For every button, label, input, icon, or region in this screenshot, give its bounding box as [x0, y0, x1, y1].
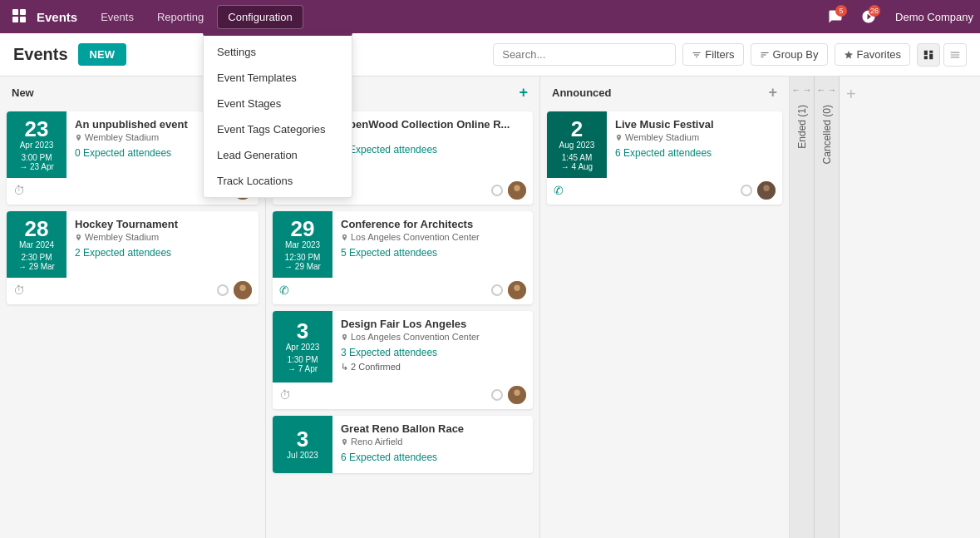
card-content: Design Fair Los Angeles Los Angeles Conv… [332, 311, 533, 383]
ended-expand-arrows: ← → [792, 85, 812, 95]
svg-point-15 [763, 185, 769, 191]
card-date: 3 Jul 2023 [273, 416, 332, 473]
card-attendees: 5 Expected attendees [341, 247, 524, 259]
new-button[interactable]: NEW [78, 43, 126, 66]
card-footer: ⏱ [273, 383, 533, 409]
card-confirmed: ↳ 2 Confirmed [341, 362, 524, 373]
activities-icon-btn[interactable]: 26 [855, 3, 882, 30]
card-content: OpenWood Collection Online R... 4 Expect… [332, 111, 533, 178]
card-day: 23 [25, 118, 49, 140]
card-footer: ✆ [273, 278, 533, 304]
card-attendees: 6 Expected attendees [341, 452, 524, 463]
card-date: 2 Aug 2023 1:45 AM → 4 Aug [547, 111, 607, 178]
group-by-label: Group By [773, 48, 819, 61]
card-arrow: → 29 Mar [18, 262, 55, 271]
card-location: Los Angeles Convention Center [341, 232, 524, 242]
card-arrow: → 7 Apr [288, 364, 318, 373]
card-month-year: Mar 2024 [19, 239, 54, 251]
nav-configuration[interactable]: Configuration [217, 5, 303, 29]
clock-icon: ⏱ [279, 388, 291, 402]
card-attendees: 2 Expected attendees [75, 247, 250, 259]
phone-icon: ✆ [279, 284, 289, 297]
status-circle [491, 284, 503, 296]
card-month-year: Jul 2023 [287, 450, 318, 461]
card-day: 3 [297, 320, 308, 342]
card-title: OpenWood Collection Online R... [341, 118, 524, 131]
col-announced-right-header: Announced + [540, 77, 789, 108]
add-column-btn[interactable]: + [846, 85, 856, 104]
card-time: 1:30 PM [287, 355, 318, 364]
col-empty: + [840, 77, 881, 538]
filters-label: Filters [705, 48, 734, 61]
activities-badge: 26 [869, 5, 880, 17]
card-content: Great Reno Ballon Race Reno Airfield 6 E… [332, 416, 533, 473]
card-arrow: → 29 Mar [284, 262, 321, 271]
card-location: Los Angeles Convention Center [341, 332, 524, 342]
status-circle [741, 185, 752, 196]
nav-reporting[interactable]: Reporting [147, 6, 214, 28]
dropdown-track-locations[interactable]: Track Locations [204, 168, 352, 194]
dropdown-event-tags-categories[interactable]: Event Tags Categories [204, 116, 352, 142]
kanban-board: New + 23 Apr 2023 3:00 PM → 23 Apr An un… [0, 77, 980, 538]
avatar [508, 281, 526, 299]
clock-icon: ⏱ [13, 284, 25, 297]
filters-button[interactable]: Filters [682, 43, 743, 66]
kanban-view-button[interactable] [917, 43, 940, 67]
messages-icon-btn[interactable]: 5 [822, 3, 849, 30]
card-conference-architects[interactable]: 29 Mar 2023 12:30 PM → 29 Mar Conference… [273, 211, 533, 304]
card-month-year: Apr 2023 [286, 342, 320, 353]
top-nav: Events Events Reporting Configuration 5 … [0, 0, 980, 33]
col-add-btn[interactable]: + [768, 85, 777, 100]
card-content: Live Music Festival Wembley Stadium 6 Ex… [607, 111, 782, 178]
col-announced-add-btn[interactable]: + [519, 85, 528, 100]
col-ended[interactable]: ← → Ended (1) [790, 77, 815, 538]
card-reno-race[interactable]: 3 Jul 2023 Great Reno Ballon Race Reno A… [273, 416, 533, 473]
card-day: 3 [297, 428, 308, 450]
svg-point-11 [514, 285, 520, 291]
phone-icon: ✆ [554, 184, 564, 197]
card-design-fair[interactable]: 3 Apr 2023 1:30 PM → 7 Apr Design Fair L… [273, 311, 533, 409]
avatar [757, 181, 776, 200]
card-title: Conference for Architects [341, 218, 524, 230]
card-hockey-tournament[interactable]: 28 Mar 2024 2:30 PM → 29 Mar Hockey Tour… [7, 211, 259, 304]
nav-events[interactable]: Events [91, 6, 144, 28]
card-location: Wembley Stadium [75, 232, 250, 242]
card-date: 29 Mar 2023 12:30 PM → 29 Mar [273, 211, 332, 278]
dropdown-settings[interactable]: Settings [204, 39, 352, 65]
card-footer: ✆ [547, 178, 782, 205]
avatar [508, 386, 526, 404]
group-by-button[interactable]: Group By [751, 43, 828, 66]
card-time: 1:45 AM [562, 153, 593, 162]
card-title: Design Fair Los Angeles [341, 318, 524, 330]
col-cancelled[interactable]: ← → Cancelled (0) [815, 77, 840, 538]
company-name: Demo Company [895, 11, 973, 23]
sub-header: Events NEW Filters Group By Favorites [0, 33, 980, 77]
card-attendees: 3 Expected attendees [341, 347, 524, 358]
col-announced-right: Announced + 2 Aug 2023 1:45 AM → 4 Aug L… [540, 77, 790, 538]
card-month-year: Mar 2023 [285, 239, 320, 251]
dropdown-event-stages[interactable]: Event Stages [204, 91, 352, 116]
cancelled-expand-arrows: ← → [817, 85, 837, 95]
status-circle [491, 389, 503, 401]
card-day: 29 [291, 218, 315, 239]
favorites-label: Favorites [857, 48, 901, 61]
dropdown-lead-generation[interactable]: Lead Generation [204, 142, 352, 168]
status-circle [217, 284, 229, 296]
favorites-button[interactable]: Favorites [835, 43, 910, 66]
search-input[interactable] [493, 43, 676, 66]
svg-rect-0 [12, 9, 18, 15]
card-date: 23 Apr 2023 3:00 PM → 23 Apr [7, 111, 66, 178]
card-title: Great Reno Ballon Race [341, 422, 524, 435]
avatar [508, 181, 526, 200]
col-announced-right-body: 2 Aug 2023 1:45 AM → 4 Aug Live Music Fe… [540, 108, 789, 538]
card-day: 28 [25, 218, 49, 239]
dropdown-event-templates[interactable]: Event Templates [204, 65, 352, 91]
svg-point-7 [239, 285, 245, 291]
card-month-year: Apr 2023 [20, 140, 54, 151]
col-announced-right-label: Announced [552, 86, 612, 99]
card-live-music[interactable]: 2 Aug 2023 1:45 AM → 4 Aug Live Music Fe… [547, 111, 782, 205]
card-title: Hockey Tournament [75, 218, 250, 230]
svg-rect-2 [12, 17, 18, 22]
app-grid-icon[interactable] [7, 3, 33, 30]
list-view-button[interactable] [943, 43, 967, 67]
